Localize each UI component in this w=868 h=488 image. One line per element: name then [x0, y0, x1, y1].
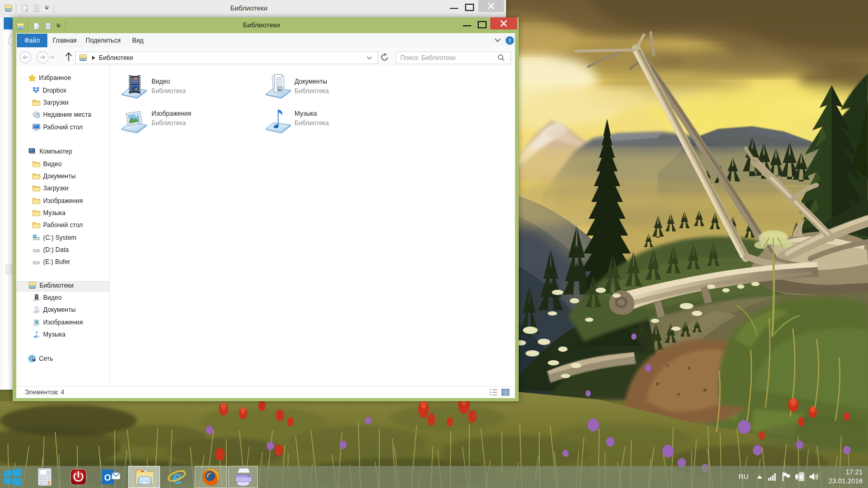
svg-text:O: O	[104, 473, 111, 483]
svg-text:0: 0	[47, 470, 49, 475]
svg-text:?: ?	[508, 37, 511, 44]
